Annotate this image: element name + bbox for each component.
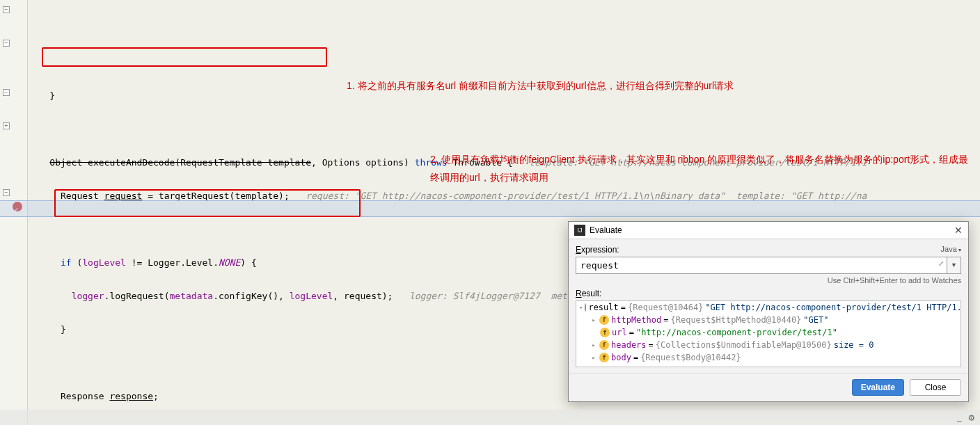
fold-marker[interactable]: − <box>3 6 10 13</box>
status-sep: ⎯ <box>957 413 962 422</box>
evaluate-dialog: IJ Evaluate ✕ Java Expression: request ⤢… <box>568 221 969 402</box>
field-icon: f <box>599 315 609 325</box>
expression-dropdown[interactable]: ▼ <box>947 257 961 274</box>
app-icon: IJ <box>574 225 585 236</box>
highlight-box <box>54 189 361 217</box>
tree-row-result[interactable]: result = {Request@10464} "GET http://nac… <box>576 301 961 314</box>
dialog-footer: Evaluate Close <box>569 373 968 401</box>
dialog-titlebar[interactable]: IJ Evaluate ✕ <box>569 222 968 239</box>
annotation-text: 2. 使用具有负载均衡的feignClient 执行请求，其实这里和 ribbo… <box>430 150 973 186</box>
close-icon[interactable]: ✕ <box>954 225 963 236</box>
tree-row[interactable]: f httpMethod = {Request$HttpMethod@10440… <box>576 314 961 326</box>
field-icon: f <box>599 340 609 350</box>
highlight-box <box>42 47 327 67</box>
tree-row[interactable]: f headers = {Collections$UnmodifiableMap… <box>576 339 961 351</box>
tree-row-url[interactable]: f url = "http://nacos-component-provider… <box>576 326 961 339</box>
gear-icon[interactable]: ⚙ <box>969 412 974 423</box>
dialog-title: Evaluate <box>590 225 622 235</box>
result-tree[interactable]: result = {Request@10464} "GET http://nac… <box>576 300 961 367</box>
language-selector[interactable]: Java <box>941 245 961 253</box>
hint-text: Use Ctrl+Shift+Enter to add to Watches <box>576 276 961 284</box>
expression-label: Expression: <box>576 245 961 255</box>
fold-marker[interactable]: − <box>3 89 10 96</box>
fold-marker[interactable]: − <box>3 40 10 47</box>
expand-icon[interactable]: ⤢ <box>938 259 944 267</box>
tree-row[interactable]: f body = {Request$Body@10442} <box>576 351 961 364</box>
object-icon <box>585 303 586 312</box>
field-icon: f <box>599 353 609 362</box>
fold-marker[interactable]: + <box>3 122 10 129</box>
close-button[interactable]: Close <box>910 379 961 396</box>
field-icon: f <box>600 328 610 337</box>
fold-marker[interactable]: − <box>3 189 10 196</box>
evaluate-button[interactable]: Evaluate <box>852 379 904 396</box>
annotation-text: 1. 将之前的具有服务名url 前缀和目前方法中获取到的url信息，进行组合得到… <box>347 80 734 93</box>
status-bar: ⎯ ⚙ <box>0 410 980 425</box>
result-label: Result: <box>576 289 961 298</box>
expression-input[interactable]: request ⤢ <box>576 257 947 274</box>
